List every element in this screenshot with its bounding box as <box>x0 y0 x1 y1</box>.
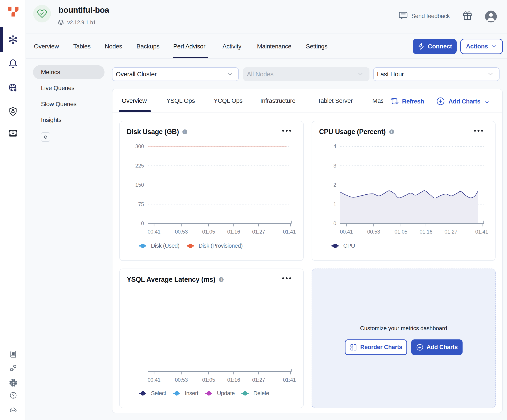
svg-text:0: 0 <box>333 220 336 226</box>
svg-text:01:16: 01:16 <box>419 229 432 235</box>
svg-text:01:05: 01:05 <box>394 229 408 235</box>
svg-text:2: 2 <box>333 182 336 188</box>
svg-text:00:41: 00:41 <box>340 229 353 235</box>
svg-text:0: 0 <box>141 220 144 226</box>
svg-text:01:05: 01:05 <box>202 229 215 235</box>
svg-text:300: 300 <box>135 143 144 149</box>
svg-text:3: 3 <box>333 163 336 169</box>
svg-text:00:41: 00:41 <box>148 377 161 383</box>
svg-text:150: 150 <box>135 182 144 188</box>
svg-text:01:41: 01:41 <box>283 229 296 235</box>
svg-text:01:16: 01:16 <box>227 377 240 383</box>
svg-text:01:27: 01:27 <box>444 229 458 235</box>
svg-text:01:27: 01:27 <box>252 229 265 235</box>
svg-text:225: 225 <box>135 163 144 169</box>
svg-text:01:41: 01:41 <box>283 377 296 383</box>
svg-text:01:27: 01:27 <box>252 377 265 383</box>
svg-text:00:53: 00:53 <box>367 229 380 235</box>
svg-text:01:05: 01:05 <box>202 377 215 383</box>
svg-text:00:53: 00:53 <box>175 229 188 235</box>
svg-text:4: 4 <box>333 143 336 149</box>
svg-text:75: 75 <box>138 201 144 207</box>
svg-text:01:41: 01:41 <box>475 229 488 235</box>
svg-text:00:53: 00:53 <box>175 377 188 383</box>
svg-text:00:41: 00:41 <box>148 229 161 235</box>
svg-text:1: 1 <box>333 201 336 207</box>
svg-text:01:16: 01:16 <box>227 229 240 235</box>
